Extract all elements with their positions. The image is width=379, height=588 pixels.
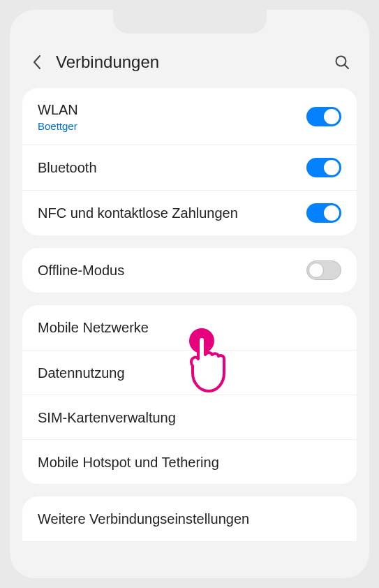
header-bar: Verbindungen xyxy=(22,45,357,88)
data-usage-row[interactable]: Datennutzung xyxy=(22,350,357,395)
mobile-networks-text: Mobile Netzwerke xyxy=(38,318,341,337)
data-usage-text: Datennutzung xyxy=(38,364,341,382)
data-usage-title: Datennutzung xyxy=(38,364,341,382)
offline-mode-row[interactable]: Offline-Modus xyxy=(22,248,357,293)
more-connection-settings-row[interactable]: Weitere Verbindungseinstellungen xyxy=(22,497,357,541)
offline-title: Offline-Modus xyxy=(38,261,306,279)
back-button[interactable] xyxy=(27,52,47,73)
phone-screen: Verbindungen WLAN Boettger xyxy=(10,10,369,578)
nfc-row[interactable]: NFC und kontaktlose Zahlungen xyxy=(22,190,357,235)
toggle-knob xyxy=(324,109,339,124)
toggle-knob xyxy=(309,263,324,278)
hotspot-row[interactable]: Mobile Hotspot und Tethering xyxy=(22,439,357,484)
settings-content: Verbindungen WLAN Boettger xyxy=(10,10,369,541)
search-button[interactable] xyxy=(332,52,352,73)
bluetooth-row[interactable]: Bluetooth xyxy=(22,145,357,190)
more-text: Weitere Verbindungseinstellungen xyxy=(38,510,341,528)
toggle-knob xyxy=(324,160,339,175)
toggle-knob xyxy=(324,205,339,221)
sim-text: SIM-Kartenverwaltung xyxy=(38,409,341,427)
offline-mode-toggle[interactable] xyxy=(306,260,341,280)
wlan-row[interactable]: WLAN Boettger xyxy=(22,88,357,145)
hotspot-text: Mobile Hotspot und Tethering xyxy=(38,453,341,471)
chevron-left-icon xyxy=(32,54,42,70)
mobile-networks-row[interactable]: Mobile Netzwerke xyxy=(22,305,357,350)
nfc-toggle[interactable] xyxy=(306,203,341,223)
svg-line-1 xyxy=(345,65,348,68)
page-title: Verbindungen xyxy=(56,52,332,72)
notch xyxy=(113,10,267,34)
connections-group-3: Mobile Netzwerke Datennutzung SIM-Karten… xyxy=(22,305,357,484)
sim-management-row[interactable]: SIM-Kartenverwaltung xyxy=(22,395,357,439)
wlan-subtitle: Boettger xyxy=(38,120,306,132)
wlan-text: WLAN Boettger xyxy=(38,101,306,132)
mobile-networks-title: Mobile Netzwerke xyxy=(38,318,341,337)
bluetooth-title: Bluetooth xyxy=(38,159,306,177)
phone-frame: Verbindungen WLAN Boettger xyxy=(0,0,379,588)
bluetooth-toggle[interactable] xyxy=(306,158,341,177)
nfc-title: NFC und kontaktlose Zahlungen xyxy=(38,204,306,222)
connections-group-4: Weitere Verbindungseinstellungen xyxy=(22,497,357,541)
sim-title: SIM-Kartenverwaltung xyxy=(38,409,341,427)
offline-text: Offline-Modus xyxy=(38,261,306,279)
hotspot-title: Mobile Hotspot und Tethering xyxy=(38,453,341,471)
connections-group-1: WLAN Boettger Bluetooth NFC und kontaktl… xyxy=(22,88,357,235)
more-title: Weitere Verbindungseinstellungen xyxy=(38,510,341,528)
search-icon xyxy=(334,54,350,70)
wlan-title: WLAN xyxy=(38,101,306,119)
wlan-toggle[interactable] xyxy=(306,107,341,126)
bluetooth-text: Bluetooth xyxy=(38,159,306,177)
connections-group-2: Offline-Modus xyxy=(22,248,357,293)
nfc-text: NFC und kontaktlose Zahlungen xyxy=(38,204,306,222)
